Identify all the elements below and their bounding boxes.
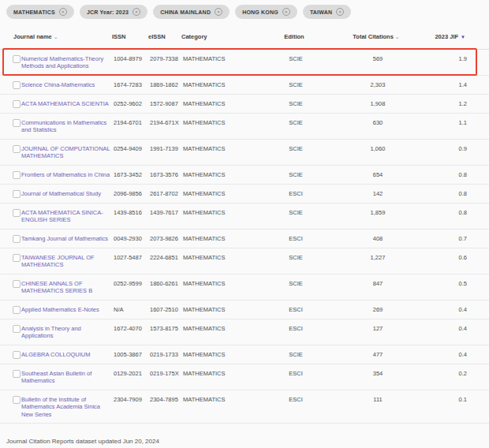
category-cell: MATHEMATICS [183,171,263,179]
eissn-cell: 1673-3576 [150,171,183,179]
issn-cell: 2096-9856 [114,190,150,198]
chip-close-icon[interactable]: × [133,8,140,16]
journal-name-link[interactable]: Journal of Mathematical Study [21,190,112,198]
filter-chip-label: CHINA MAINLAND [160,9,211,15]
row-checkbox-cell [0,119,21,127]
chip-close-icon[interactable]: × [59,8,67,16]
row-checkbox[interactable] [13,254,21,262]
journal-name-link[interactable]: Bulletin of the Institute of Mathematics… [21,396,112,419]
chip-close-icon[interactable]: × [336,8,344,16]
jif-cell: 0.5 [427,280,467,288]
row-checkbox[interactable] [13,171,21,179]
row-checkbox[interactable] [13,280,21,288]
journal-name-link[interactable]: ACTA MATHEMATICA SINICA-ENGLISH SERIES [21,209,112,224]
total-citations-cell: 630 [328,119,427,127]
journal-name-link[interactable]: Communications in Mathematics and Statis… [21,119,112,134]
table-row: Analysis in Theory and Applications 1672… [0,319,489,345]
journal-name-link[interactable]: ALGEBRA COLLOQUIUM [21,351,112,359]
edition-cell: SCIE [263,119,328,127]
jif-cell: 0.7 [427,235,467,243]
table-row: CHINESE ANNALS OF MATHEMATICS SERIES B 0… [0,274,489,301]
row-checkbox-cell [0,325,21,333]
row-checkbox-cell [0,209,21,217]
filter-chip-label: TAIWAN [310,9,332,15]
journal-name-link[interactable]: Tamkang Journal of Mathematics [21,235,112,243]
filter-chip-mathematics[interactable]: MATHEMATICS × [6,5,74,19]
table-header-row: Journal name⌄ ISSN eISSN Category Editio… [0,27,489,50]
row-checkbox[interactable] [13,81,21,89]
issn-cell: 2194-6701 [114,119,150,127]
table-row: Applied Mathematics E-Notes N/A 1607-251… [0,301,489,319]
issn-cell: 1673-3452 [114,171,150,179]
jif-cell: 1.9 [427,55,467,63]
filter-chip-jcr-year-2023[interactable]: JCR Year: 2023 × [80,5,147,19]
row-checkbox[interactable] [13,119,21,127]
journal-name-link[interactable]: Science China-Mathematics [21,81,112,89]
jif-cell: 0.4 [427,351,467,359]
category-cell: MATHEMATICS [183,325,263,333]
issn-cell: N/A [114,306,150,314]
dataset-updated-note: Journal Citation Reports dataset updated… [6,438,489,445]
row-checkbox[interactable] [13,55,21,63]
total-citations-sort-icon[interactable]: ⌄ [395,34,400,39]
filter-chip-hong-kong[interactable]: HONG KONG × [235,5,297,19]
issn-cell: 0252-9599 [114,280,150,288]
jif-cell: 0.9 [427,145,467,153]
row-checkbox-cell [0,81,21,89]
journal-name-link[interactable]: TAIWANESE JOURNAL OF MATHEMATICS [21,254,112,269]
eissn-cell: 1860-6261 [150,280,183,288]
filter-chip-china-mainland[interactable]: CHINA MAINLAND × [153,5,230,19]
row-checkbox-cell [0,190,21,198]
filter-chip-taiwan[interactable]: TAIWAN × [303,5,351,19]
jif-cell: 0.8 [427,171,467,179]
jcr-journals-page: MATHEMATICS × JCR Year: 2023 × CHINA MAI… [0,0,489,448]
column-header-2023-jif[interactable]: 2023 JIF▼ [426,33,465,42]
category-cell: MATHEMATICS [183,280,263,288]
journal-name-link[interactable]: Frontiers of Mathematics in China [21,171,112,179]
journal-name-sort-icon[interactable]: ⌄ [54,34,58,39]
table-row: Journal of Mathematical Study 2096-9856 … [0,185,489,203]
row-checkbox[interactable] [13,351,21,359]
row-checkbox[interactable] [13,370,21,378]
issn-cell: 1004-8979 [114,55,150,63]
edition-cell: SCIE [263,209,328,217]
total-citations-cell: 354 [328,370,427,378]
row-checkbox[interactable] [13,190,21,198]
total-citations-cell: 269 [328,306,427,314]
journal-name-link[interactable]: Analysis in Theory and Applications [21,325,112,340]
row-checkbox[interactable] [13,396,21,404]
column-header-journal-name[interactable]: Journal name⌄ [13,33,112,41]
chip-close-icon[interactable]: × [282,8,290,16]
table-body: Numerical Mathematics-Theory Methods and… [0,50,489,424]
row-checkbox[interactable] [13,209,21,217]
total-citations-cell: 127 [328,325,427,333]
jif-sort-descending-icon[interactable]: ▼ [461,35,465,39]
row-checkbox[interactable] [13,145,21,153]
issn-cell: 1027-5487 [114,254,150,262]
total-citations-cell: 654 [328,171,427,179]
journal-name-link[interactable]: Numerical Mathematics-Theory Methods and… [21,55,112,70]
jif-cell: 0.1 [427,396,467,404]
eissn-cell: 2617-8702 [150,190,183,198]
category-cell: MATHEMATICS [183,145,263,153]
column-header-total-citations[interactable]: Total Citations⌄ [327,33,426,41]
journal-name-link[interactable]: Southeast Asian Bulletin of Mathematics [21,370,112,385]
edition-cell: SCIE [263,254,328,262]
total-citations-cell: 1,060 [328,145,427,153]
table-row: Frontiers of Mathematics in China 1673-3… [0,166,489,185]
row-checkbox[interactable] [13,306,21,314]
journal-name-link[interactable]: JOURNAL OF COMPUTATIONAL MATHEMATICS [21,145,112,160]
row-checkbox[interactable] [13,235,21,243]
category-cell: MATHEMATICS [183,370,263,378]
edition-cell: ESCI [263,325,328,333]
journal-name-link[interactable]: ACTA MATHEMATICA SCIENTIA [21,100,112,108]
row-checkbox[interactable] [13,325,21,333]
chip-close-icon[interactable]: × [215,8,222,16]
row-checkbox-cell [0,280,21,288]
issn-cell: 1672-4070 [114,325,150,333]
journal-name-link[interactable]: CHINESE ANNALS OF MATHEMATICS SERIES B [21,280,112,295]
eissn-cell: 1607-2510 [150,306,183,314]
journal-name-link[interactable]: Applied Mathematics E-Notes [21,306,112,314]
total-citations-cell: 1,227 [328,254,427,262]
row-checkbox[interactable] [13,100,21,108]
